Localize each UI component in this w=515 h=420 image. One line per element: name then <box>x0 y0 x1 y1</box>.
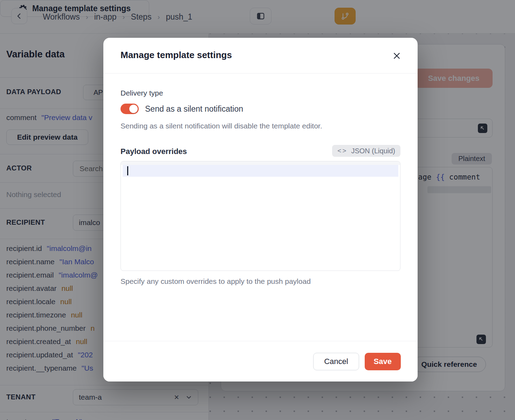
toggle-knob <box>129 105 138 113</box>
silent-notification-toggle[interactable] <box>121 104 139 114</box>
payload-overrides-editor[interactable] <box>121 161 400 271</box>
modal-header: Manage template settings <box>103 38 418 74</box>
payload-help-text: Specify any custom overrides to apply to… <box>121 277 311 286</box>
save-button[interactable]: Save <box>365 353 401 370</box>
json-liquid-label: JSON (Liquid) <box>351 147 395 155</box>
manage-template-settings-modal: Manage template settings Delivery type S… <box>103 38 418 382</box>
code-brackets-icon: <> <box>337 147 347 155</box>
json-liquid-badge: <> JSON (Liquid) <box>332 145 400 157</box>
editor-active-line <box>123 165 398 177</box>
silent-toggle-label: Send as a silent notification <box>145 104 243 114</box>
close-button[interactable] <box>390 49 403 62</box>
delivery-help-text: Sending as a silent notification will di… <box>121 122 322 130</box>
payload-overrides-label: Payload overrides <box>121 147 187 156</box>
close-icon <box>392 51 401 61</box>
silent-toggle-row: Send as a silent notification <box>121 104 243 114</box>
delivery-type-label: Delivery type <box>121 89 163 97</box>
screen: Workflows › in-app › Steps › push_1 Mana… <box>0 0 515 420</box>
cancel-button[interactable]: Cancel <box>313 353 359 370</box>
modal-footer: Cancel Save <box>103 341 418 382</box>
editor-top-strip <box>121 161 400 165</box>
text-cursor <box>127 166 128 175</box>
modal-title: Manage template settings <box>121 50 232 61</box>
